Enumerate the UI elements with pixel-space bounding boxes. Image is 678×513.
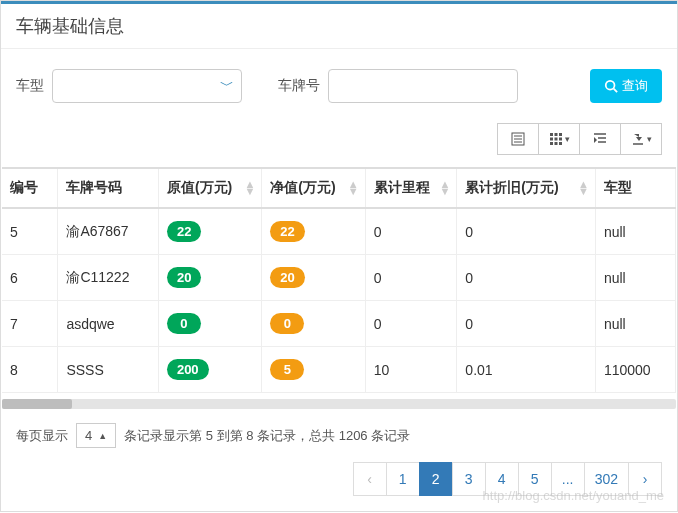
list-icon [511, 132, 525, 146]
svg-point-0 [606, 81, 615, 90]
cell-net: 22 [262, 208, 365, 255]
cell-type: null [595, 208, 675, 255]
svg-rect-7 [554, 133, 557, 136]
cell-dep: 0 [457, 301, 596, 347]
cell-type: null [595, 255, 675, 301]
panel: 车辆基础信息 车型 ﹀ 车牌号 查询 ▾ ▾ [0, 0, 678, 512]
type-input[interactable] [52, 69, 242, 103]
plate-label: 车牌号 [278, 77, 320, 95]
pagination: ‹12345...302› [16, 462, 662, 496]
col-header[interactable]: 车型 [595, 168, 675, 208]
cell-id: 5 [2, 208, 58, 255]
toggle-pane-button[interactable] [497, 123, 539, 155]
cell-dep: 0 [457, 255, 596, 301]
grid-icon [549, 132, 563, 146]
col-header[interactable]: 编号 [2, 168, 58, 208]
cell-id: 8 [2, 347, 58, 393]
vehicle-table: 编号车牌号码原值(万元)▲▼净值(万元)▲▼累计里程▲▼累计折旧(万元)▲▼车型… [2, 167, 676, 393]
sort-icon: ▲▼ [244, 181, 255, 195]
col-header[interactable]: 原值(万元)▲▼ [158, 168, 261, 208]
col-header[interactable]: 累计折旧(万元)▲▼ [457, 168, 596, 208]
table-row[interactable]: 8SSSS2005100.01110000 [2, 347, 676, 393]
plate-input[interactable] [328, 69, 518, 103]
cell-type: 110000 [595, 347, 675, 393]
badge-original: 200 [167, 359, 209, 380]
page-next[interactable]: › [628, 462, 662, 496]
svg-line-1 [614, 89, 618, 93]
svg-rect-14 [559, 142, 562, 145]
per-page-select[interactable]: 4 ▲ [76, 423, 116, 448]
cell-type: null [595, 301, 675, 347]
svg-rect-6 [550, 133, 553, 136]
filter-bar: 车型 ﹀ 车牌号 查询 [1, 49, 677, 123]
badge-net: 22 [270, 221, 304, 242]
cell-id: 6 [2, 255, 58, 301]
svg-rect-11 [559, 138, 562, 141]
h-scrollbar-thumb[interactable] [2, 399, 72, 409]
page-prev[interactable]: ‹ [353, 462, 387, 496]
cell-id: 7 [2, 301, 58, 347]
page-3[interactable]: 3 [452, 462, 486, 496]
sort-icon: ▲▼ [348, 181, 359, 195]
sort-icon: ▲▼ [578, 181, 589, 195]
caret-up-icon: ▲ [98, 431, 107, 441]
col-header[interactable]: 净值(万元)▲▼ [262, 168, 365, 208]
type-select[interactable]: ﹀ [52, 69, 242, 103]
cell-plate: SSSS [58, 347, 159, 393]
table-wrap: 编号车牌号码原值(万元)▲▼净值(万元)▲▼累计里程▲▼累计折旧(万元)▲▼车型… [1, 167, 677, 393]
cell-net: 0 [262, 301, 365, 347]
badge-net: 20 [270, 267, 304, 288]
cell-mileage: 0 [365, 208, 457, 255]
panel-title: 车辆基础信息 [1, 4, 677, 49]
cell-plate: asdqwe [58, 301, 159, 347]
export-button[interactable]: ▾ [620, 123, 662, 155]
table-toolbar: ▾ ▾ [1, 123, 677, 167]
h-scrollbar[interactable] [2, 399, 676, 409]
indent-icon [593, 132, 607, 146]
cell-mileage: 0 [365, 301, 457, 347]
cell-plate: 渝C11222 [58, 255, 159, 301]
table-row[interactable]: 7asdqwe0000null [2, 301, 676, 347]
indent-button[interactable] [579, 123, 621, 155]
page-2[interactable]: 2 [419, 462, 453, 496]
table-row[interactable]: 6渝C11222202000null [2, 255, 676, 301]
svg-rect-9 [550, 138, 553, 141]
badge-original: 22 [167, 221, 201, 242]
cell-net: 20 [262, 255, 365, 301]
page-5[interactable]: 5 [518, 462, 552, 496]
col-header[interactable]: 车牌号码 [58, 168, 159, 208]
badge-net: 0 [270, 313, 304, 334]
cell-orig: 200 [158, 347, 261, 393]
cell-orig: 0 [158, 301, 261, 347]
type-label: 车型 [16, 77, 44, 95]
col-header[interactable]: 累计里程▲▼ [365, 168, 457, 208]
cell-orig: 22 [158, 208, 261, 255]
records-info: 条记录显示第 5 到第 8 条记录，总共 1206 条记录 [124, 427, 410, 445]
cell-dep: 0 [457, 208, 596, 255]
badge-original: 20 [167, 267, 201, 288]
svg-rect-8 [559, 133, 562, 136]
badge-original: 0 [167, 313, 201, 334]
cell-mileage: 10 [365, 347, 457, 393]
query-button[interactable]: 查询 [590, 69, 662, 103]
page-ellipsis: ... [551, 462, 585, 496]
cell-orig: 20 [158, 255, 261, 301]
search-icon [604, 79, 618, 93]
sort-icon: ▲▼ [439, 181, 450, 195]
caret-down-icon: ▾ [647, 134, 652, 144]
badge-net: 5 [270, 359, 304, 380]
page-302[interactable]: 302 [584, 462, 629, 496]
export-icon [631, 132, 645, 146]
svg-rect-10 [554, 138, 557, 141]
columns-button[interactable]: ▾ [538, 123, 580, 155]
page-4[interactable]: 4 [485, 462, 519, 496]
cell-net: 5 [262, 347, 365, 393]
svg-rect-12 [550, 142, 553, 145]
svg-marker-18 [594, 137, 597, 143]
cell-dep: 0.01 [457, 347, 596, 393]
table-footer: 每页显示 4 ▲ 条记录显示第 5 到第 8 条记录，总共 1206 条记录 ‹… [1, 423, 677, 511]
cell-mileage: 0 [365, 255, 457, 301]
table-row[interactable]: 5渝A67867222200null [2, 208, 676, 255]
per-page-label: 每页显示 [16, 427, 68, 445]
page-1[interactable]: 1 [386, 462, 420, 496]
